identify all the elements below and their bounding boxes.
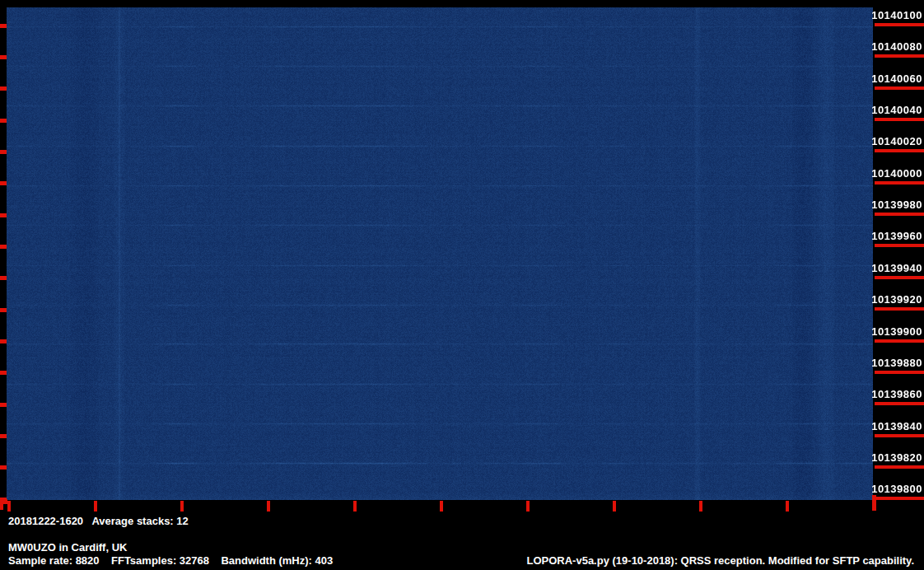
- time-tick: [786, 501, 789, 512]
- corner-mark-left-v: [0, 499, 3, 510]
- freq-tick-left: [0, 86, 7, 91]
- freq-label: 10139840: [865, 420, 922, 432]
- freq-tick-line: [875, 244, 924, 247]
- freq-tick-line: [875, 371, 924, 374]
- freq-tick-line: [875, 181, 924, 185]
- time-tick: [526, 501, 530, 512]
- footer-software: LOPORA-v5a.py (19-10-2018): QRSS recepti…: [526, 555, 914, 567]
- freq-label: 10139980: [865, 199, 922, 211]
- freq-label: 10140020: [865, 135, 922, 147]
- freq-label: 10140100: [865, 9, 922, 21]
- freq-tick-line: [875, 497, 924, 500]
- spectrogram-canvas: [7, 7, 873, 500]
- time-tick: [7, 501, 11, 512]
- freq-tick-left: [0, 434, 7, 438]
- freq-tick-left: [0, 276, 7, 280]
- freq-tick-left: [0, 181, 7, 185]
- freq-label: 10139920: [865, 293, 922, 306]
- freq-tick-line: [875, 276, 924, 279]
- freq-label: 10140040: [865, 104, 922, 116]
- freq-tick-left: [0, 308, 7, 312]
- time-tick: [353, 501, 357, 512]
- freq-tick-left: [0, 339, 7, 343]
- time-tick: [440, 501, 443, 512]
- freq-tick-left: [0, 119, 7, 123]
- freq-tick-line: [875, 54, 924, 58]
- freq-tick-line: [875, 23, 924, 26]
- time-tick: [613, 501, 616, 512]
- freq-tick-left: [0, 55, 7, 59]
- freq-tick-line: [875, 213, 924, 216]
- freq-tick-line: [875, 118, 924, 121]
- freq-tick-left: [0, 371, 7, 375]
- freq-tick-line: [875, 465, 924, 469]
- freq-label: 10139800: [865, 483, 922, 495]
- time-tick: [180, 501, 184, 512]
- freq-label: 10140080: [865, 40, 922, 53]
- freq-tick-left: [0, 403, 7, 407]
- freq-label: 10140060: [865, 72, 922, 85]
- freq-label: 10139960: [865, 230, 922, 242]
- freq-tick-line: [875, 434, 924, 437]
- freq-tick-line: [875, 149, 924, 152]
- freq-label: 10139900: [865, 325, 922, 338]
- freq-label: 10140000: [865, 167, 922, 180]
- time-tick: [94, 501, 97, 512]
- freq-label: 10139820: [865, 451, 922, 464]
- freq-tick-left: [0, 245, 7, 249]
- footer-station: MW0UZO in Cardiff, UK: [8, 542, 127, 554]
- freq-tick-left: [0, 24, 7, 28]
- freq-tick-line: [875, 307, 924, 311]
- freq-tick-left: [0, 465, 7, 470]
- footer-timestamp-stacks: 20181222-1620 Average stacks: 12: [8, 516, 189, 527]
- freq-tick-left: [0, 150, 7, 154]
- freq-label: 10139860: [865, 388, 922, 400]
- footer-params: Sample rate: 8820 FFTsamples: 32768 Band…: [8, 555, 333, 567]
- corner-tick-right: [872, 495, 876, 511]
- qrss-grabber-screen: 1014010010140080101400601014004010140020…: [0, 0, 924, 570]
- freq-tick-line: [875, 339, 924, 343]
- time-tick: [699, 501, 702, 512]
- freq-tick-left: [0, 213, 7, 217]
- time-tick: [267, 501, 270, 512]
- freq-tick-line: [875, 86, 924, 90]
- freq-tick-line: [875, 402, 924, 405]
- freq-label: 10139880: [865, 357, 922, 369]
- freq-label: 10139940: [865, 262, 922, 274]
